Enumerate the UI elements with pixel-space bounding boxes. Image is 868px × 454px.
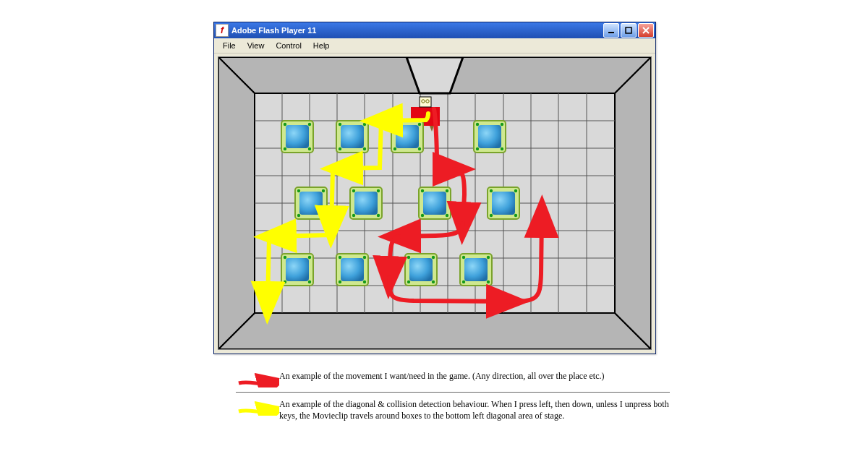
titlebar[interactable]: f Adobe Flash Player 11 xyxy=(214,22,655,38)
flash-player-window: f Adobe Flash Player 11 File View Contro… xyxy=(213,22,656,354)
menu-control[interactable]: Control xyxy=(270,40,307,51)
svg-point-74 xyxy=(421,214,424,217)
svg-point-91 xyxy=(363,256,366,259)
svg-point-81 xyxy=(514,214,517,217)
legend: An example of the movement I want/need i… xyxy=(236,367,670,424)
menubar[interactable]: File View Control Help xyxy=(214,38,655,53)
svg-rect-59 xyxy=(299,192,323,215)
svg-point-67 xyxy=(377,189,380,192)
svg-marker-7 xyxy=(615,57,651,349)
svg-point-62 xyxy=(297,214,300,217)
svg-rect-77 xyxy=(492,192,515,215)
svg-marker-6 xyxy=(218,57,255,349)
svg-point-39 xyxy=(308,147,311,150)
svg-point-92 xyxy=(339,280,341,283)
legend-separator xyxy=(236,392,670,393)
svg-point-90 xyxy=(339,256,341,259)
svg-point-43 xyxy=(363,123,366,126)
svg-rect-95 xyxy=(409,258,433,281)
svg-point-61 xyxy=(322,189,325,192)
svg-point-68 xyxy=(352,214,355,217)
svg-rect-71 xyxy=(423,192,446,215)
close-button[interactable] xyxy=(638,23,654,38)
svg-point-84 xyxy=(284,256,286,259)
svg-point-38 xyxy=(284,147,286,150)
legend-arrow-yellow-icon xyxy=(236,401,279,416)
svg-point-97 xyxy=(432,256,435,259)
svg-rect-35 xyxy=(286,125,309,148)
svg-point-54 xyxy=(476,123,479,126)
svg-point-63 xyxy=(322,214,325,217)
window-title: Adobe Flash Player 11 xyxy=(231,26,316,35)
menu-help[interactable]: Help xyxy=(307,40,336,51)
legend-red-text: An example of the movement I want/need i… xyxy=(279,370,605,382)
svg-rect-89 xyxy=(341,258,364,281)
svg-rect-53 xyxy=(478,125,501,148)
legend-arrow-red-icon xyxy=(236,373,279,387)
svg-point-102 xyxy=(462,256,465,259)
maximize-button[interactable] xyxy=(621,23,637,38)
svg-point-48 xyxy=(393,123,396,126)
minimize-button[interactable] xyxy=(603,23,619,38)
svg-point-78 xyxy=(490,189,493,192)
svg-rect-41 xyxy=(341,125,364,148)
svg-point-99 xyxy=(432,280,435,283)
svg-point-57 xyxy=(501,147,503,150)
svg-point-86 xyxy=(284,280,286,283)
legend-row-yellow: An example of the diagonal & collision d… xyxy=(236,395,670,424)
svg-rect-47 xyxy=(396,125,419,148)
svg-point-79 xyxy=(514,189,517,192)
svg-point-49 xyxy=(418,123,421,126)
svg-point-85 xyxy=(308,256,311,259)
svg-point-103 xyxy=(487,256,490,259)
svg-rect-29 xyxy=(420,97,431,107)
svg-point-87 xyxy=(308,280,311,283)
legend-row-red: An example of the movement I want/need i… xyxy=(236,367,670,390)
svg-point-104 xyxy=(462,280,465,283)
svg-point-45 xyxy=(363,147,366,150)
svg-point-66 xyxy=(352,189,355,192)
svg-point-73 xyxy=(446,189,448,192)
svg-point-98 xyxy=(407,280,410,283)
svg-point-72 xyxy=(421,189,424,192)
svg-point-42 xyxy=(339,123,341,126)
svg-point-51 xyxy=(418,147,421,150)
legend-yellow-text: An example of the diagonal & collision d… xyxy=(279,398,670,421)
svg-point-93 xyxy=(363,280,366,283)
svg-point-60 xyxy=(297,189,300,192)
flash-icon: f xyxy=(216,24,229,37)
svg-rect-1 xyxy=(626,27,631,33)
game-canvas xyxy=(218,57,651,349)
svg-point-36 xyxy=(284,123,286,126)
svg-rect-65 xyxy=(354,192,378,215)
svg-point-96 xyxy=(407,256,410,259)
svg-point-75 xyxy=(446,214,448,217)
game-stage[interactable] xyxy=(218,56,652,350)
svg-rect-83 xyxy=(286,258,309,281)
svg-rect-101 xyxy=(464,258,488,281)
svg-point-50 xyxy=(393,147,396,150)
svg-point-55 xyxy=(501,123,503,126)
svg-point-44 xyxy=(339,147,341,150)
svg-point-80 xyxy=(490,214,493,217)
menu-file[interactable]: File xyxy=(217,40,242,51)
svg-point-56 xyxy=(476,147,479,150)
svg-marker-5 xyxy=(218,313,651,349)
svg-point-105 xyxy=(487,280,490,283)
menu-view[interactable]: View xyxy=(242,40,271,51)
svg-point-69 xyxy=(377,214,380,217)
svg-point-37 xyxy=(308,123,311,126)
